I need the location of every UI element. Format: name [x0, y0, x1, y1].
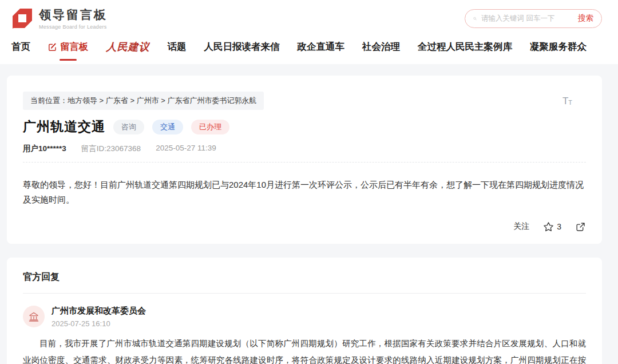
nav-item-democracy-cases[interactable]: 全过程人民民主案例库: [418, 41, 512, 53]
message-actions: 关注 3: [23, 221, 586, 232]
active-tab-underline: [60, 59, 77, 61]
share-button[interactable]: [575, 221, 586, 232]
nav-item-social-governance[interactable]: 社会治理: [362, 41, 400, 53]
message-author: 用户10*****3: [23, 144, 66, 154]
star-outline-icon: [543, 221, 554, 232]
site-logo[interactable]: 领导留言板 Message Board for Leaders: [11, 7, 108, 30]
message-body: 尊敬的领导，您好！目前广州轨道交通第四期规划已与2024年10月进行第一次环评公…: [23, 177, 586, 208]
nav-item-message-board[interactable]: 留言板: [48, 41, 89, 53]
search-box[interactable]: 搜索: [465, 9, 602, 28]
agency-avatar: [23, 306, 45, 327]
share-icon: [575, 221, 586, 232]
nav-item-gov-business-line[interactable]: 政企直通车: [298, 41, 345, 53]
page-body: 当前位置：地方领导 > 广东省 > 广州市 > 广东省广州市委书记郭永航 TT …: [0, 64, 618, 364]
logo-speech-bubble-icon: [11, 7, 33, 29]
breadcrumb[interactable]: 当前位置：地方领导 > 广东省 > 广州市 > 广东省广州市委书记郭永航: [23, 92, 264, 110]
logo-title: 领导留言板: [39, 7, 108, 23]
search-input[interactable]: [481, 14, 573, 22]
tag-category: 咨询: [113, 120, 144, 134]
official-reply-card: 官方回复 广州市发展和改革委员会 2025-07-25 16:10: [7, 258, 602, 364]
search-button[interactable]: 搜索: [578, 13, 593, 23]
message-meta: 用户10*****3 留言ID:23067368 2025-05-27 11:3…: [23, 144, 586, 163]
reply-section-title: 官方回复: [23, 271, 586, 283]
nav-item-topics[interactable]: 话题: [168, 41, 187, 53]
nav-item-label: 留言板: [60, 41, 89, 53]
edit-pencil-icon: [48, 42, 57, 52]
message-id: 留言ID:23067368: [81, 144, 141, 154]
reply-paragraph: 目前，我市开展了广州市城市轨道交通第四期建设规划（以下简称广州四期规划）研究工作…: [23, 335, 586, 364]
nav-item-serve-masses[interactable]: 凝聚服务群众: [530, 41, 587, 53]
agency-name: 广州市发展和改革委员会: [52, 306, 146, 316]
main-nav: 首页 留言板 人民建议 话题 人民日报读者来信 政企直通车 社会治理 全过程人民…: [0, 31, 618, 64]
government-building-icon: [28, 311, 39, 322]
reply-datetime: 2025-07-25 16:10: [52, 319, 146, 328]
message-datetime: 2025-05-27 11:39: [156, 144, 216, 154]
tag-topic: 交通: [152, 120, 183, 134]
star-button[interactable]: 3: [543, 221, 561, 232]
follow-button[interactable]: 关注: [513, 221, 529, 232]
search-icon: [473, 14, 477, 23]
nav-item-readers-letters[interactable]: 人民日报读者来信: [204, 41, 280, 53]
font-size-toggle[interactable]: TT: [562, 96, 572, 106]
reply-body: 目前，我市开展了广州市城市轨道交通第四期建设规划（以下简称广州四期规划）研究工作…: [23, 335, 586, 364]
message-card: 当前位置：地方领导 > 广东省 > 广州市 > 广东省广州市委书记郭永航 TT …: [7, 76, 602, 244]
logo-subtitle: Message Board for Leaders: [39, 24, 108, 30]
text-size-icon: T: [562, 96, 568, 106]
tag-status: 已办理: [191, 120, 229, 134]
star-count: 3: [557, 222, 561, 231]
top-header: 领导留言板 Message Board for Leaders 搜索: [0, 0, 618, 31]
divider: [23, 293, 586, 294]
message-title: 广州轨道交通: [23, 118, 105, 136]
nav-item-people-suggestions[interactable]: 人民建议: [106, 40, 150, 54]
nav-item-home[interactable]: 首页: [11, 41, 30, 53]
